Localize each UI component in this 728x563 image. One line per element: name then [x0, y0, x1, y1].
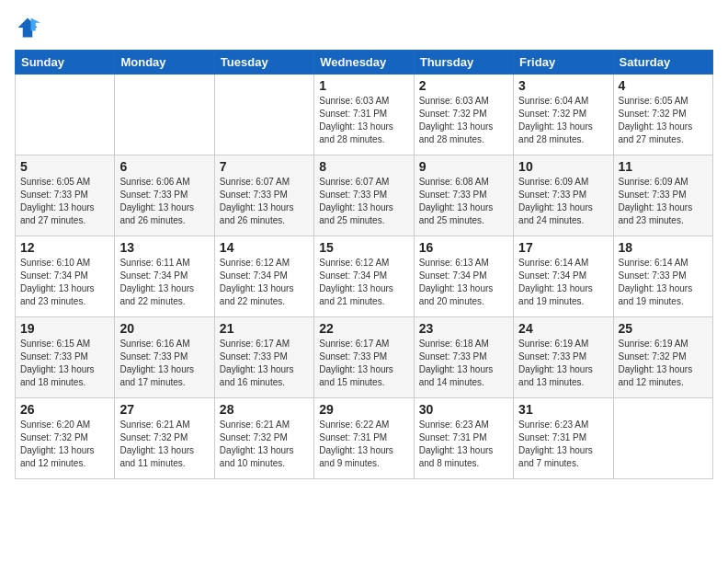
day-number: 1 — [319, 78, 408, 93]
weekday-header: Wednesday — [314, 51, 414, 75]
calendar-cell: 23Sunrise: 6:18 AM Sunset: 7:33 PM Dayli… — [414, 317, 513, 398]
day-info: Sunrise: 6:16 AM Sunset: 7:33 PM Dayligh… — [119, 338, 209, 389]
day-number: 11 — [619, 159, 708, 174]
weekday-header: Monday — [115, 51, 214, 75]
calendar-week-row: 5Sunrise: 6:05 AM Sunset: 7:33 PM Daylig… — [16, 155, 713, 236]
calendar-cell — [16, 75, 115, 155]
day-info: Sunrise: 6:15 AM Sunset: 7:33 PM Dayligh… — [20, 338, 109, 389]
calendar-cell: 20Sunrise: 6:16 AM Sunset: 7:33 PM Dayli… — [115, 317, 214, 398]
calendar-week-row: 19Sunrise: 6:15 AM Sunset: 7:33 PM Dayli… — [16, 317, 713, 398]
day-number: 18 — [619, 240, 708, 255]
calendar-cell: 4Sunrise: 6:05 AM Sunset: 7:32 PM Daylig… — [613, 75, 712, 155]
weekday-header-row: SundayMondayTuesdayWednesdayThursdayFrid… — [16, 51, 713, 75]
day-number: 9 — [419, 159, 508, 174]
day-info: Sunrise: 6:12 AM Sunset: 7:34 PM Dayligh… — [220, 257, 309, 308]
calendar-cell: 8Sunrise: 6:07 AM Sunset: 7:33 PM Daylig… — [314, 155, 414, 236]
calendar-cell: 12Sunrise: 6:10 AM Sunset: 7:34 PM Dayli… — [16, 236, 115, 317]
calendar-cell: 5Sunrise: 6:05 AM Sunset: 7:33 PM Daylig… — [16, 155, 115, 236]
day-info: Sunrise: 6:03 AM Sunset: 7:32 PM Dayligh… — [419, 95, 508, 146]
day-number: 23 — [419, 321, 508, 336]
calendar-cell: 10Sunrise: 6:09 AM Sunset: 7:33 PM Dayli… — [514, 155, 613, 236]
calendar-cell — [613, 398, 712, 479]
day-info: Sunrise: 6:11 AM Sunset: 7:34 PM Dayligh… — [119, 257, 209, 308]
calendar-cell: 17Sunrise: 6:14 AM Sunset: 7:34 PM Dayli… — [514, 236, 613, 317]
day-info: Sunrise: 6:06 AM Sunset: 7:33 PM Dayligh… — [119, 176, 209, 227]
day-info: Sunrise: 6:13 AM Sunset: 7:34 PM Dayligh… — [419, 257, 508, 308]
day-number: 16 — [419, 240, 508, 255]
calendar-cell: 13Sunrise: 6:11 AM Sunset: 7:34 PM Dayli… — [115, 236, 214, 317]
calendar-cell — [214, 75, 313, 155]
page-header — [15, 15, 713, 40]
day-info: Sunrise: 6:21 AM Sunset: 7:32 PM Dayligh… — [220, 419, 309, 470]
logo-icon — [15, 15, 40, 40]
day-number: 3 — [518, 78, 608, 93]
calendar-week-row: 26Sunrise: 6:20 AM Sunset: 7:32 PM Dayli… — [16, 398, 713, 479]
day-info: Sunrise: 6:23 AM Sunset: 7:31 PM Dayligh… — [518, 419, 608, 470]
weekday-header: Thursday — [414, 51, 513, 75]
day-info: Sunrise: 6:10 AM Sunset: 7:34 PM Dayligh… — [20, 257, 109, 308]
calendar-cell: 1Sunrise: 6:03 AM Sunset: 7:31 PM Daylig… — [314, 75, 414, 155]
weekday-header: Tuesday — [214, 51, 313, 75]
day-number: 2 — [419, 78, 508, 93]
day-number: 17 — [518, 240, 608, 255]
day-number: 25 — [619, 321, 708, 336]
day-info: Sunrise: 6:23 AM Sunset: 7:31 PM Dayligh… — [419, 419, 508, 470]
calendar-cell: 19Sunrise: 6:15 AM Sunset: 7:33 PM Dayli… — [16, 317, 115, 398]
calendar-cell: 29Sunrise: 6:22 AM Sunset: 7:31 PM Dayli… — [314, 398, 414, 479]
day-number: 13 — [119, 240, 209, 255]
day-info: Sunrise: 6:09 AM Sunset: 7:33 PM Dayligh… — [518, 176, 608, 227]
day-info: Sunrise: 6:18 AM Sunset: 7:33 PM Dayligh… — [419, 338, 508, 389]
calendar-cell: 18Sunrise: 6:14 AM Sunset: 7:33 PM Dayli… — [613, 236, 712, 317]
calendar-cell: 11Sunrise: 6:09 AM Sunset: 7:33 PM Dayli… — [613, 155, 712, 236]
logo — [15, 15, 44, 40]
calendar-cell: 15Sunrise: 6:12 AM Sunset: 7:34 PM Dayli… — [314, 236, 414, 317]
day-number: 30 — [419, 402, 508, 417]
calendar-cell: 28Sunrise: 6:21 AM Sunset: 7:32 PM Dayli… — [214, 398, 313, 479]
day-number: 29 — [319, 402, 408, 417]
day-number: 5 — [20, 159, 109, 174]
day-info: Sunrise: 6:09 AM Sunset: 7:33 PM Dayligh… — [619, 176, 708, 227]
weekday-header: Friday — [514, 51, 613, 75]
calendar-cell: 24Sunrise: 6:19 AM Sunset: 7:33 PM Dayli… — [514, 317, 613, 398]
day-number: 31 — [518, 402, 608, 417]
day-info: Sunrise: 6:19 AM Sunset: 7:33 PM Dayligh… — [518, 338, 608, 389]
day-info: Sunrise: 6:14 AM Sunset: 7:34 PM Dayligh… — [518, 257, 608, 308]
day-info: Sunrise: 6:08 AM Sunset: 7:33 PM Dayligh… — [419, 176, 508, 227]
calendar-cell: 25Sunrise: 6:19 AM Sunset: 7:32 PM Dayli… — [613, 317, 712, 398]
day-info: Sunrise: 6:05 AM Sunset: 7:33 PM Dayligh… — [20, 176, 109, 227]
day-info: Sunrise: 6:14 AM Sunset: 7:33 PM Dayligh… — [619, 257, 708, 308]
calendar-cell: 16Sunrise: 6:13 AM Sunset: 7:34 PM Dayli… — [414, 236, 513, 317]
day-info: Sunrise: 6:21 AM Sunset: 7:32 PM Dayligh… — [119, 419, 209, 470]
calendar-week-row: 1Sunrise: 6:03 AM Sunset: 7:31 PM Daylig… — [16, 75, 713, 155]
calendar-cell: 9Sunrise: 6:08 AM Sunset: 7:33 PM Daylig… — [414, 155, 513, 236]
day-number: 19 — [20, 321, 109, 336]
calendar-cell: 30Sunrise: 6:23 AM Sunset: 7:31 PM Dayli… — [414, 398, 513, 479]
day-number: 6 — [119, 159, 209, 174]
day-info: Sunrise: 6:04 AM Sunset: 7:32 PM Dayligh… — [518, 95, 608, 146]
calendar-cell — [115, 75, 214, 155]
day-info: Sunrise: 6:17 AM Sunset: 7:33 PM Dayligh… — [319, 338, 408, 389]
day-info: Sunrise: 6:07 AM Sunset: 7:33 PM Dayligh… — [319, 176, 408, 227]
calendar-cell: 14Sunrise: 6:12 AM Sunset: 7:34 PM Dayli… — [214, 236, 313, 317]
day-number: 24 — [518, 321, 608, 336]
day-number: 14 — [220, 240, 309, 255]
day-info: Sunrise: 6:19 AM Sunset: 7:32 PM Dayligh… — [619, 338, 708, 389]
day-number: 12 — [20, 240, 109, 255]
day-info: Sunrise: 6:20 AM Sunset: 7:32 PM Dayligh… — [20, 419, 109, 470]
day-number: 15 — [319, 240, 408, 255]
weekday-header: Saturday — [613, 51, 712, 75]
day-info: Sunrise: 6:22 AM Sunset: 7:31 PM Dayligh… — [319, 419, 408, 470]
day-number: 26 — [20, 402, 109, 417]
calendar-cell: 3Sunrise: 6:04 AM Sunset: 7:32 PM Daylig… — [514, 75, 613, 155]
calendar-week-row: 12Sunrise: 6:10 AM Sunset: 7:34 PM Dayli… — [16, 236, 713, 317]
day-info: Sunrise: 6:03 AM Sunset: 7:31 PM Dayligh… — [319, 95, 408, 146]
calendar-cell: 21Sunrise: 6:17 AM Sunset: 7:33 PM Dayli… — [214, 317, 313, 398]
svg-marker-1 — [31, 18, 41, 31]
calendar-cell: 22Sunrise: 6:17 AM Sunset: 7:33 PM Dayli… — [314, 317, 414, 398]
day-number: 8 — [319, 159, 408, 174]
calendar-cell: 31Sunrise: 6:23 AM Sunset: 7:31 PM Dayli… — [514, 398, 613, 479]
day-number: 28 — [220, 402, 309, 417]
day-number: 21 — [220, 321, 309, 336]
day-number: 20 — [119, 321, 209, 336]
day-number: 27 — [119, 402, 209, 417]
